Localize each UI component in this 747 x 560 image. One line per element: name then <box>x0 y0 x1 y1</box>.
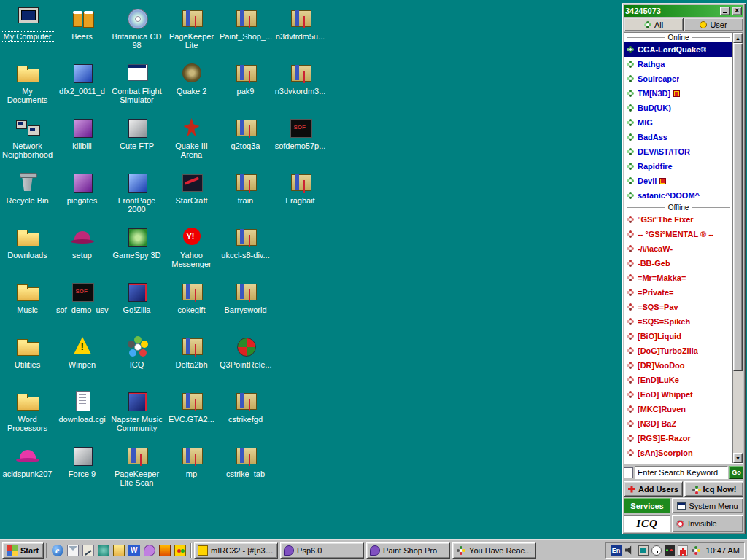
desktop-icon-dfx2-0011-d[interactable]: dfx2_0011_d <box>55 61 109 114</box>
volume-icon[interactable] <box>625 545 635 556</box>
desktop-icon-q2toq3a[interactable]: q2toq3a <box>218 115 273 168</box>
scrollbar-thumb[interactable] <box>733 43 743 371</box>
start-button[interactable]: Start <box>2 542 44 559</box>
desktop-icon-cstrikefgd[interactable]: cstrikefgd <box>218 389 273 442</box>
icq-now-button[interactable]: Icq Now! <box>684 481 743 497</box>
system-menu-button[interactable]: System Menu <box>672 498 743 513</box>
desktop-icon-acidspunk207[interactable]: acidspunk207 <box>0 443 55 497</box>
tab-user[interactable]: User <box>684 18 743 31</box>
desktop-icon-paint-shop[interactable]: Paint_Shop_... <box>218 6 273 59</box>
language-indicator[interactable]: En <box>611 545 622 556</box>
contact-cga-lordquake[interactable]: CGA-LordQuake® <box>624 42 732 57</box>
desktop-icon-network-neighborhood[interactable]: Network Neighborhood <box>0 115 55 168</box>
scrollbar-track[interactable] <box>733 43 743 453</box>
desktop-icon-sofdemo57p[interactable]: sofdemo57p... <box>273 115 328 168</box>
desktop-icon-starcraft[interactable]: StarCraft <box>164 170 219 223</box>
contact-bud-uk[interactable]: BuD(UK) <box>624 101 732 115</box>
desktop-icon-word-processors[interactable]: Word Processors <box>0 389 55 442</box>
desktop-icon-my-documents[interactable]: My Documents <box>0 61 55 114</box>
contact-sqs-spikeh[interactable]: =SQS=Spikeh <box>624 314 732 329</box>
contact-sqs-pav[interactable]: =SQS=Pav <box>624 300 732 314</box>
contact-bb-geb[interactable]: -BB-Geb <box>624 256 732 271</box>
contact-tm-n3d[interactable]: TM[N3D] <box>624 86 732 101</box>
desktop-icon-cute-ftp[interactable]: Cute FTP <box>109 115 164 168</box>
desktop-icon-download-cgi[interactable]: download.cgi <box>55 389 109 442</box>
desktop-icon-sof-demo-usv[interactable]: sof_demo_usv <box>55 279 109 332</box>
desktop-icon-utilities[interactable]: Utilities <box>0 334 55 387</box>
desktop-icon-cokegift[interactable]: cokegift <box>164 279 219 332</box>
desktop-icon-pak9[interactable]: pak9 <box>218 61 273 114</box>
desktop-icon-cstrike-tab[interactable]: cstrike_tab <box>218 443 273 497</box>
icq-titlebar[interactable]: 34245073 <box>624 5 743 17</box>
desktop-icon-combat-flight-simulator[interactable]: Combat Flight Simulator <box>109 61 164 114</box>
scroll-down-arrow-icon[interactable]: ▼ <box>733 453 743 463</box>
contact-devil[interactable]: Devil <box>624 174 732 188</box>
search-input[interactable] <box>635 466 728 479</box>
desktop-icon-pagekeeper-lite-scan[interactable]: PageKeeper Lite Scan <box>109 443 164 497</box>
outlook-icon[interactable] <box>67 545 79 556</box>
contact-san-scorpion[interactable]: [sAn]Scorpion <box>624 446 732 460</box>
desktop-icon-gamespy-3d[interactable]: GameSpy 3D <box>109 225 164 278</box>
contact-private[interactable]: =Private= <box>624 285 732 300</box>
winamp-icon[interactable] <box>159 545 171 556</box>
desktop-icon-napster-music-community[interactable]: Napster Music Community <box>109 389 164 442</box>
antivirus-icon[interactable] <box>678 545 688 556</box>
mirc-icon[interactable] <box>174 545 186 556</box>
contact-dog-turbozilla[interactable]: [DoG]TurboZilla <box>624 343 732 358</box>
show-desktop-icon[interactable] <box>82 545 94 556</box>
channels-icon[interactable] <box>98 545 109 556</box>
desktop-icon-go-zilla[interactable]: Go!Zilla <box>109 279 164 332</box>
desktop-icon-yahoo-messenger[interactable]: Yahoo Messenger <box>164 225 219 278</box>
minimize-button[interactable] <box>720 7 730 15</box>
taskbar-clock[interactable]: 10:47 AM <box>706 546 740 555</box>
close-button[interactable] <box>732 7 742 15</box>
contact-mig[interactable]: MIG <box>624 115 732 130</box>
ie-icon[interactable] <box>52 545 63 556</box>
desktop-icon-quake-2[interactable]: Quake 2 <box>164 61 219 114</box>
icq-flower-icon[interactable] <box>691 545 701 556</box>
add-users-button[interactable]: Add Users <box>624 481 683 497</box>
go-button[interactable]: Go <box>729 466 743 479</box>
contact-badass[interactable]: BadAss <box>624 130 732 144</box>
contact-dr-voodoo[interactable]: [DR]VooDoo <box>624 358 732 373</box>
task-paint-shop-pro[interactable]: Paint Shop Pro <box>366 542 450 559</box>
desktop-icon-beers[interactable]: Beers <box>55 6 109 59</box>
desktop-icon-downloads[interactable]: Downloads <box>0 225 55 278</box>
task-mirc32-n3d[interactable]: mIRC32 - [#[n3d].. <box>194 542 278 559</box>
desktop-icon-winpen[interactable]: Winpen <box>55 334 109 387</box>
contact-n3d-baz[interactable]: [N3D] BaZ <box>624 416 732 431</box>
task-psp6-0[interactable]: Psp6.0 <box>280 542 364 559</box>
desktop-icon-force-9[interactable]: Force 9 <box>55 443 109 497</box>
contact-rapidfire[interactable]: Rapidfire <box>624 159 732 174</box>
desktop-icon-delta2bh[interactable]: Delta2bh <box>164 334 219 387</box>
contact-gsi-the-fixer[interactable]: °GSi°The Fixer <box>624 212 732 227</box>
desktop-icon-train[interactable]: train <box>218 170 273 223</box>
desktop-icon-setup[interactable]: setup <box>55 225 109 278</box>
contact-eod-whippet[interactable]: [EoD] Whippet <box>624 387 732 402</box>
contact-mkc-ruven[interactable]: [MKC]Ruven <box>624 402 732 416</box>
schedule-icon[interactable] <box>651 545 662 556</box>
desktop-icon-frontpage-2000[interactable]: FrontPage 2000 <box>109 170 164 223</box>
desktop-icon-mp[interactable]: mp <box>164 443 219 497</box>
desktop-icon-piegates[interactable]: piegates <box>55 170 109 223</box>
contact-acaw[interactable]: -/\/\acaW- <box>624 241 732 256</box>
desktop-icon-quake-iii-arena[interactable]: Quake III Arena <box>164 115 219 168</box>
desktop-icon-barrysworld[interactable]: Barrysworld <box>218 279 273 332</box>
invisible-status-button[interactable]: Invisible <box>672 515 743 532</box>
desktop-icon-recycle-bin[interactable]: Recycle Bin <box>0 170 55 223</box>
desktop-icon-n3dvtrdm5u[interactable]: n3dvtrdm5u... <box>273 6 328 59</box>
contact-rathga[interactable]: Rathga <box>624 57 732 71</box>
desktop-icon-n3dvkordm3[interactable]: n3dvkordm3... <box>273 61 328 114</box>
desktop-icon-pagekeeper-lite[interactable]: PageKeeper Lite <box>164 6 219 59</box>
tab-all[interactable]: All <box>624 18 684 31</box>
paint-icon[interactable] <box>144 545 155 556</box>
desktop-icon-ukccl-s8-div[interactable]: ukccl-s8-div... <box>218 225 273 278</box>
contact-satanic-doom[interactable]: satanic^DOOM^ <box>624 188 732 203</box>
contact-gsi-mental[interactable]: -- °GSi°MENTAL ® -- <box>624 227 732 241</box>
contact-bio-liquid[interactable]: [BiO]Liquid <box>624 329 732 343</box>
desktop-icon-icq[interactable]: ICQ <box>109 334 164 387</box>
desktop-icon-my-computer[interactable]: My Computer <box>0 6 55 59</box>
desktop-icon-britannica-cd-98[interactable]: Britannica CD 98 <box>109 6 164 59</box>
task-you-have-reac[interactable]: You Have Reac... <box>452 542 536 559</box>
word-icon[interactable] <box>128 545 140 556</box>
